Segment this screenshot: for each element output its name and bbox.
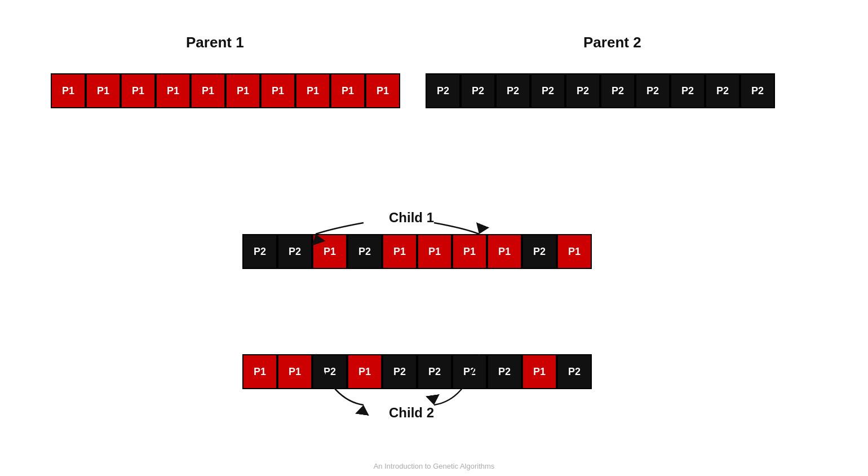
gene-cell: P2 xyxy=(460,73,495,108)
gene-cell: P2 xyxy=(452,354,487,389)
gene-cell: P1 xyxy=(452,234,487,269)
child1-left-arrow xyxy=(316,223,364,234)
gene-cell: P1 xyxy=(365,73,400,108)
gene-cell: P2 xyxy=(426,73,460,108)
gene-cell: P1 xyxy=(330,73,365,108)
gene-cell: P2 xyxy=(600,73,635,108)
gene-cell: P1 xyxy=(86,73,121,108)
parent2-label: Parent 2 xyxy=(583,34,641,51)
parent2-chromosome: P2P2P2P2P2P2P2P2P2P2 xyxy=(426,73,775,108)
child1-label: Child 1 xyxy=(389,210,434,226)
page-container: Parent 1 Parent 2 P1P1P1P1P1P1P1P1P1P1 P… xyxy=(0,0,868,476)
child1-chromosome: P2P2P1P2P1P1P1P1P2P1 xyxy=(242,234,592,269)
gene-cell: P2 xyxy=(382,354,417,389)
gene-cell: P2 xyxy=(347,234,382,269)
gene-cell: P2 xyxy=(705,73,740,108)
gene-cell: P1 xyxy=(487,234,522,269)
parent1-chromosome: P1P1P1P1P1P1P1P1P1P1 xyxy=(51,73,400,108)
gene-cell: P2 xyxy=(557,354,592,389)
gene-cell: P2 xyxy=(487,354,522,389)
gene-cell: P2 xyxy=(670,73,705,108)
gene-cell: P2 xyxy=(565,73,600,108)
gene-cell: P1 xyxy=(347,354,382,389)
gene-cell: P1 xyxy=(225,73,260,108)
gene-cell: P1 xyxy=(51,73,86,108)
gene-cell: P2 xyxy=(495,73,530,108)
gene-cell: P1 xyxy=(417,234,452,269)
gene-cell: P1 xyxy=(382,234,417,269)
gene-cell: P1 xyxy=(191,73,225,108)
gene-cell: P2 xyxy=(417,354,452,389)
gene-cell: P2 xyxy=(740,73,775,108)
gene-cell: P2 xyxy=(312,354,347,389)
child1-right-arrow xyxy=(434,223,479,234)
gene-cell: P1 xyxy=(260,73,295,108)
child2-chromosome: P1P1P2P1P2P2P2P2P1P2 xyxy=(242,354,592,389)
gene-cell: P1 xyxy=(156,73,191,108)
child2-label: Child 2 xyxy=(389,405,434,421)
parent1-label: Parent 1 xyxy=(186,34,244,51)
gene-cell: P1 xyxy=(242,354,277,389)
gene-cell: P1 xyxy=(295,73,330,108)
gene-cell: P2 xyxy=(530,73,565,108)
footer-text: An Introduction to Genetic Algorithms xyxy=(374,462,495,470)
gene-cell: P1 xyxy=(277,354,312,389)
gene-cell: P1 xyxy=(312,234,347,269)
gene-cell: P2 xyxy=(635,73,670,108)
gene-cell: P1 xyxy=(522,354,557,389)
gene-cell: P1 xyxy=(121,73,156,108)
gene-cell: P2 xyxy=(242,234,277,269)
gene-cell: P2 xyxy=(277,234,312,269)
gene-cell: P2 xyxy=(522,234,557,269)
gene-cell: P1 xyxy=(557,234,592,269)
